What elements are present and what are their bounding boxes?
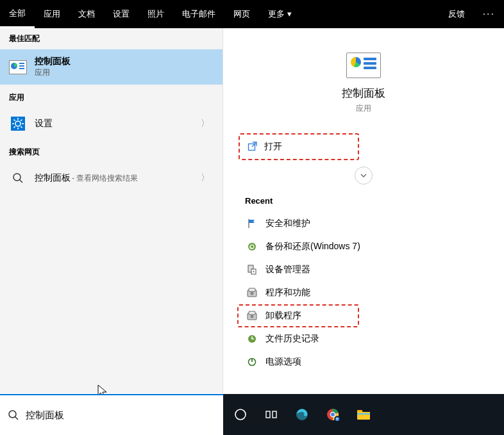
control-panel-hero-icon — [346, 53, 381, 78]
result-title: 设置 — [35, 118, 193, 129]
edge-icon — [295, 407, 309, 422]
result-title: 控制面板 — [35, 56, 214, 67]
svg-rect-27 — [249, 311, 255, 315]
recent-item-security[interactable]: 安全和维护 — [237, 212, 490, 235]
chevron-right-icon: 〉 — [201, 172, 214, 184]
tab-more[interactable]: 更多 ▾ — [259, 0, 301, 28]
svg-rect-2 — [19, 63, 24, 64]
result-title: 控制面板 — [35, 172, 71, 184]
taskbar: B — [223, 394, 504, 435]
taskbar-app-chrome[interactable]: B — [318, 401, 348, 428]
tab-settings[interactable]: 设置 — [104, 0, 139, 28]
chrome-icon: B — [326, 407, 340, 422]
recent-item-label: 备份和还原(Windows 7) — [265, 241, 360, 252]
svg-line-33 — [15, 417, 18, 420]
apps-header: 应用 — [0, 87, 223, 108]
more-options-button[interactable]: ··· — [474, 0, 504, 28]
search-icon — [9, 169, 27, 187]
open-icon — [248, 142, 258, 152]
taskbar-taskview-button[interactable] — [256, 401, 286, 428]
tab-photos[interactable]: 照片 — [139, 0, 173, 28]
flag-icon — [246, 218, 258, 229]
svg-rect-35 — [266, 411, 270, 418]
recent-header: Recent — [237, 188, 490, 212]
recent-item-label: 电源选项 — [265, 356, 301, 368]
svg-rect-3 — [19, 65, 24, 67]
svg-point-15 — [13, 174, 21, 181]
svg-line-18 — [252, 142, 256, 147]
recent-item-label: 文件历史记录 — [265, 333, 319, 345]
feedback-link[interactable]: 反馈 — [439, 0, 474, 28]
tab-all[interactable]: 全部 — [0, 0, 35, 28]
svg-rect-36 — [273, 411, 276, 418]
recent-item-backup[interactable]: 备份和还原(Windows 7) — [237, 235, 490, 258]
svg-point-28 — [251, 315, 254, 318]
settings-icon — [9, 115, 27, 133]
tab-apps[interactable]: 应用 — [35, 0, 69, 28]
device-icon — [246, 264, 258, 275]
svg-rect-4 — [19, 68, 24, 69]
result-web-search[interactable]: 控制面板 - 查看网络搜索结果 〉 — [0, 163, 223, 193]
result-subtitle: 应用 — [35, 67, 214, 78]
svg-rect-43 — [357, 410, 362, 412]
svg-point-22 — [253, 271, 255, 272]
taskview-icon — [265, 408, 278, 421]
svg-point-40 — [331, 413, 335, 416]
taskbar-app-edge[interactable] — [287, 401, 317, 428]
chevron-down-icon — [360, 172, 367, 179]
tab-web[interactable]: 网页 — [224, 0, 259, 28]
hero-subtitle: 应用 — [237, 103, 490, 114]
hero-title: 控制面板 — [237, 86, 490, 101]
svg-point-19 — [248, 243, 256, 250]
taskbar-cortana-button[interactable] — [226, 401, 255, 428]
svg-rect-44 — [357, 413, 370, 414]
power-icon — [246, 356, 258, 368]
backup-icon — [246, 241, 258, 252]
web-header: 搜索网页 — [0, 142, 223, 163]
recent-list: 安全和维护 备份和还原(Windows 7) 设备管理器 程序和功能 卸载程序 … — [237, 212, 490, 373]
programs-icon — [246, 287, 258, 299]
results-panel: 最佳匹配 控制面板 应用 应用 设置 〉 搜索网页 控制面板 — [0, 28, 223, 393]
result-settings[interactable]: 设置 〉 — [0, 108, 223, 139]
recent-item-label: 设备管理器 — [265, 264, 310, 275]
detail-panel: 控制面板 应用 打开 Recent 安全和维护 备份和还原(Windows 7)… — [223, 28, 504, 393]
recent-item-label: 安全和维护 — [265, 218, 310, 229]
open-action[interactable]: 打开 — [239, 133, 359, 160]
search-input[interactable] — [26, 410, 215, 421]
svg-line-16 — [20, 180, 22, 183]
folder-icon — [357, 408, 371, 421]
tab-email[interactable]: 电子邮件 — [173, 0, 224, 28]
svg-point-25 — [251, 292, 254, 295]
chevron-right-icon: 〉 — [201, 118, 214, 129]
search-filter-tabbar: 全部 应用 文档 设置 照片 电子邮件 网页 更多 ▾ 反馈 ··· — [0, 0, 504, 28]
recent-item-file-history[interactable]: 文件历史记录 — [237, 327, 490, 350]
result-suffix: - 查看网络搜索结果 — [72, 173, 138, 184]
recent-item-programs[interactable]: 程序和功能 — [237, 281, 490, 304]
recent-item-label: 程序和功能 — [265, 287, 310, 299]
svg-point-32 — [9, 411, 16, 418]
circle-icon — [234, 408, 247, 421]
svg-text:B: B — [336, 417, 339, 421]
search-box[interactable] — [0, 394, 223, 435]
recent-item-power-options[interactable]: 电源选项 — [237, 350, 490, 373]
svg-point-34 — [235, 409, 246, 420]
programs-icon — [246, 310, 258, 322]
history-icon — [246, 333, 258, 345]
taskbar-app-explorer[interactable] — [349, 401, 378, 428]
recent-item-label: 卸载程序 — [265, 310, 301, 322]
recent-item-device-manager[interactable]: 设备管理器 — [237, 258, 490, 281]
search-icon — [8, 409, 19, 421]
tab-documents[interactable]: 文档 — [69, 0, 104, 28]
expand-button[interactable] — [355, 167, 373, 185]
open-label: 打开 — [264, 141, 282, 152]
best-match-header: 最佳匹配 — [0, 28, 223, 49]
svg-rect-24 — [249, 288, 255, 291]
recent-item-uninstall[interactable]: 卸载程序 — [237, 304, 359, 327]
result-control-panel[interactable]: 控制面板 应用 — [0, 49, 223, 85]
control-panel-icon — [9, 58, 27, 76]
